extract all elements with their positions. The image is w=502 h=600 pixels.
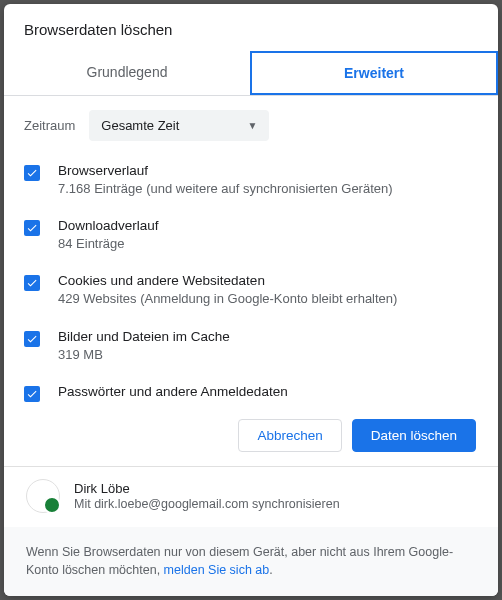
clear-data-button[interactable]: Daten löschen — [352, 419, 476, 452]
item-title: Downloadverlauf — [58, 218, 478, 233]
cancel-button[interactable]: Abbrechen — [238, 419, 341, 452]
checkbox-passwords[interactable] — [24, 386, 40, 402]
item-title: Browserverlauf — [58, 163, 478, 178]
item-title: Passwörter und andere Anmeldedaten — [58, 384, 478, 399]
item-download-history: Downloadverlauf 84 Einträge — [24, 218, 478, 253]
footer-note: Wenn Sie Browserdaten nur von diesem Ger… — [4, 527, 498, 597]
avatar — [26, 479, 60, 513]
item-title: Bilder und Dateien im Cache — [58, 329, 478, 344]
item-cookies: Cookies und andere Websitedaten 429 Webs… — [24, 273, 478, 308]
item-desc: Keine — [58, 401, 478, 405]
footer-text-after: . — [269, 563, 272, 577]
dialog-buttons: Abbrechen Daten löschen — [4, 405, 498, 466]
time-range-label: Zeitraum — [24, 118, 75, 133]
checkbox-cache[interactable] — [24, 331, 40, 347]
clear-browsing-data-dialog: Browserdaten löschen Grundlegend Erweite… — [4, 4, 498, 596]
chevron-down-icon: ▼ — [247, 120, 257, 131]
checkbox-cookies[interactable] — [24, 275, 40, 291]
sign-out-link[interactable]: melden Sie sich ab — [164, 563, 270, 577]
item-desc: 84 Einträge — [58, 235, 478, 253]
tab-basic[interactable]: Grundlegend — [4, 51, 250, 95]
tabs: Grundlegend Erweitert — [4, 51, 498, 96]
item-desc: 429 Websites (Anmeldung in Google-Konto … — [58, 290, 478, 308]
sync-status: Mit dirk.loebe@googlemail.com synchronis… — [74, 497, 340, 511]
time-range-row: Zeitraum Gesamte Zeit ▼ — [24, 110, 478, 141]
dialog-title: Browserdaten löschen — [4, 4, 498, 51]
sync-row: Dirk Löbe Mit dirk.loebe@googlemail.com … — [4, 466, 498, 527]
dialog-body: Zeitraum Gesamte Zeit ▼ Browserverlauf 7… — [4, 96, 498, 405]
item-desc: 319 MB — [58, 346, 478, 364]
sync-user-name: Dirk Löbe — [74, 481, 340, 496]
checkbox-browsing-history[interactable] — [24, 165, 40, 181]
item-title: Cookies und andere Websitedaten — [58, 273, 478, 288]
item-browsing-history: Browserverlauf 7.168 Einträge (und weite… — [24, 163, 478, 198]
item-passwords: Passwörter und andere Anmeldedaten Keine — [24, 384, 478, 405]
time-range-select[interactable]: Gesamte Zeit ▼ — [89, 110, 269, 141]
tab-advanced[interactable]: Erweitert — [250, 51, 498, 95]
item-desc: 7.168 Einträge (und weitere auf synchron… — [58, 180, 478, 198]
checkbox-download-history[interactable] — [24, 220, 40, 236]
time-range-value: Gesamte Zeit — [101, 118, 179, 133]
item-cache: Bilder und Dateien im Cache 319 MB — [24, 329, 478, 364]
